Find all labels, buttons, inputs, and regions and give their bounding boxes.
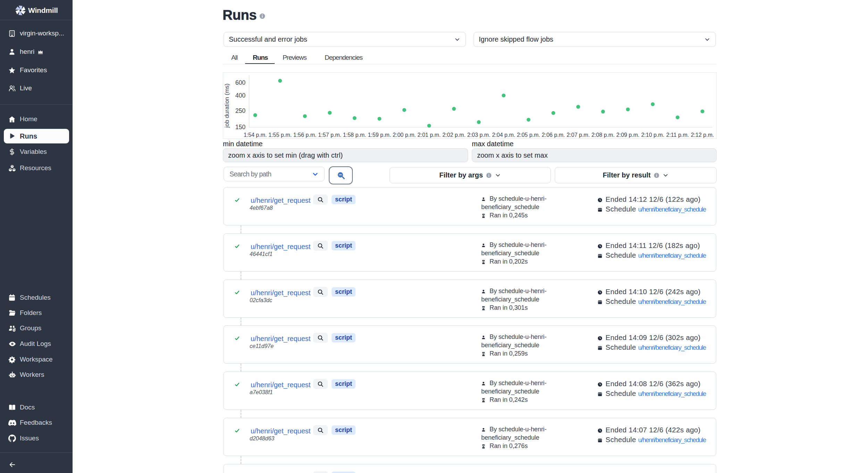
- svg-text:2:04 p.m.: 2:04 p.m.: [492, 132, 515, 138]
- svg-text:2:11 p.m.: 2:11 p.m.: [666, 132, 689, 138]
- svg-text:2:12 p.m.: 2:12 p.m.: [691, 132, 714, 138]
- svg-text:2:10 p.m.: 2:10 p.m.: [641, 132, 665, 138]
- svg-text:250: 250: [235, 107, 245, 114]
- svg-text:2:02 p.m.: 2:02 p.m.: [442, 132, 466, 138]
- svg-text:job duration (ms): job duration (ms): [224, 83, 230, 128]
- svg-text:1:55 p.m.: 1:55 p.m.: [268, 132, 292, 138]
- svg-text:1:54 p.m.: 1:54 p.m.: [244, 132, 267, 138]
- svg-text:2:06 p.m.: 2:06 p.m.: [542, 132, 565, 138]
- svg-text:2:09 p.m.: 2:09 p.m.: [616, 132, 640, 138]
- svg-text:2:05 p.m.: 2:05 p.m.: [517, 132, 540, 138]
- svg-text:2:03 p.m.: 2:03 p.m.: [467, 132, 491, 138]
- svg-text:1:58 p.m.: 1:58 p.m.: [343, 132, 366, 138]
- svg-text:2:01 p.m.: 2:01 p.m.: [418, 132, 441, 138]
- svg-text:2:08 p.m.: 2:08 p.m.: [591, 132, 615, 138]
- svg-text:600: 600: [235, 79, 245, 86]
- svg-text:1:57 p.m.: 1:57 p.m.: [318, 132, 341, 138]
- svg-text:2:07 p.m.: 2:07 p.m.: [567, 132, 590, 138]
- svg-text:1:56 p.m.: 1:56 p.m.: [293, 132, 317, 138]
- svg-text:400: 400: [235, 92, 245, 99]
- svg-text:150: 150: [235, 124, 245, 131]
- svg-text:1:59 p.m.: 1:59 p.m.: [368, 132, 391, 138]
- svg-text:2:00 p.m.: 2:00 p.m.: [393, 132, 416, 138]
